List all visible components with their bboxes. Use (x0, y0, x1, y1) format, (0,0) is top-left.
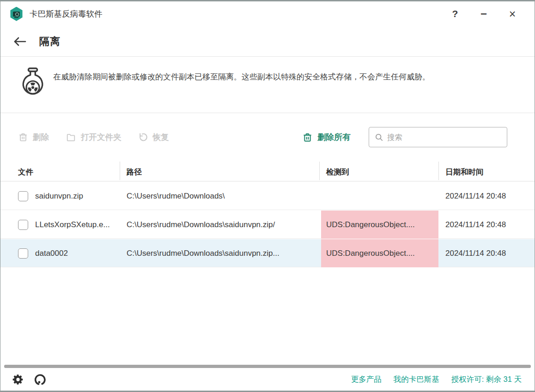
titlebar: 卡巴斯基反病毒软件 ? − × (0, 1, 535, 26)
row-checkbox[interactable] (18, 248, 28, 259)
trash-icon (302, 132, 313, 143)
row-checkbox[interactable] (18, 191, 28, 201)
delete-label: 删除 (33, 132, 49, 143)
page-title: 隔离 (39, 35, 61, 48)
column-divider (319, 162, 320, 180)
path-cell: C:\Users\rudme\Downloads\saidunvpn.zip..… (127, 239, 318, 267)
table-row[interactable]: LLetsXorpSXetup.e... C:\Users\rudme\Down… (0, 211, 535, 239)
datetime-cell: 2024/11/14 20:48 (445, 239, 529, 267)
search-input[interactable] (387, 133, 503, 142)
restore-label: 恢复 (153, 132, 169, 143)
delete-all-button[interactable]: 删除所有 (302, 127, 351, 147)
column-header-file[interactable]: 文件 (18, 160, 33, 184)
my-kaspersky-link[interactable]: 我的卡巴斯基 (394, 374, 439, 385)
path-cell: C:\Users\rudme\Downloads\ (127, 182, 318, 210)
license-link[interactable]: 授权许可: 剩余 31 天 (451, 374, 522, 385)
headset-icon (34, 374, 47, 386)
row-checkbox[interactable] (18, 220, 28, 230)
gear-icon (12, 374, 24, 386)
datetime-cell: 2024/11/14 20:48 (445, 182, 529, 210)
minimize-button[interactable]: − (472, 5, 496, 23)
support-button[interactable] (34, 374, 47, 386)
path-cell: C:\Users\rudme\Downloads\saidunvpn.zip/ (127, 211, 318, 239)
footer: 更多产品 我的卡巴斯基 授权许可: 剩余 31 天 (0, 368, 535, 391)
settings-button[interactable] (12, 374, 24, 386)
flask-radiation-icon (17, 66, 49, 103)
file-cell: saidunvpn.zip (35, 182, 119, 210)
footer-links: 更多产品 我的卡巴斯基 授权许可: 剩余 31 天 (351, 374, 535, 385)
table-row[interactable]: saidunvpn.zip C:\Users\rudme\Downloads\ … (0, 182, 535, 210)
search-icon (375, 133, 383, 142)
datetime-cell: 2024/11/14 20:48 (445, 211, 529, 239)
file-cell: LLetsXorpSXetup.e... (35, 211, 119, 239)
help-button[interactable]: ? (443, 5, 467, 23)
window-controls: ? − × (443, 5, 535, 23)
restore-button[interactable]: 恢复 (138, 132, 169, 143)
toolbar: 删除 打开文件夹 恢复 (0, 113, 535, 160)
column-header-detected[interactable]: 检测到 (326, 160, 349, 184)
close-button[interactable]: × (500, 5, 524, 23)
kaspersky-logo-icon (10, 7, 23, 21)
table-row[interactable]: data0002 C:\Users\rudme\Downloads\saidun… (0, 239, 535, 267)
delete-button[interactable]: 删除 (18, 132, 49, 143)
column-header-datetime[interactable]: 日期和时间 (445, 160, 484, 184)
column-divider (438, 162, 439, 180)
open-folder-label: 打开文件夹 (81, 132, 122, 143)
quarantine-description: 在威胁清除期间被删除或修改的文件副本已移至隔离。这些副本以特殊的安全格式存储，不… (53, 70, 511, 84)
quarantine-info: 在威胁清除期间被删除或修改的文件副本已移至隔离。这些副本以特殊的安全格式存储，不… (0, 57, 535, 113)
back-button[interactable] (12, 33, 28, 50)
file-cell: data0002 (35, 239, 119, 267)
detection-cell: UDS:DangerousObject.... (321, 211, 438, 239)
delete-all-label: 删除所有 (317, 132, 351, 143)
app-title: 卡巴斯基反病毒软件 (30, 8, 103, 19)
open-folder-button[interactable]: 打开文件夹 (66, 132, 122, 143)
column-divider (120, 162, 120, 180)
detection-cell: UDS:DangerousObject.... (321, 239, 438, 267)
app-window: 卡巴斯基反病毒软件 ? − × 隔离 (0, 0, 535, 392)
horizontal-scrollbar[interactable] (4, 365, 531, 368)
folder-icon (66, 132, 76, 142)
back-arrow-icon (13, 36, 26, 47)
search-box (369, 127, 507, 147)
more-products-link[interactable]: 更多产品 (351, 374, 382, 385)
selection-actions: 删除 打开文件夹 恢复 (18, 127, 169, 147)
table-header: 文件 路径 检测到 日期和时间 (0, 160, 535, 181)
restore-icon (138, 132, 148, 142)
page-header: 隔离 (0, 26, 535, 57)
column-header-path[interactable]: 路径 (127, 160, 142, 184)
trash-icon (18, 132, 28, 142)
